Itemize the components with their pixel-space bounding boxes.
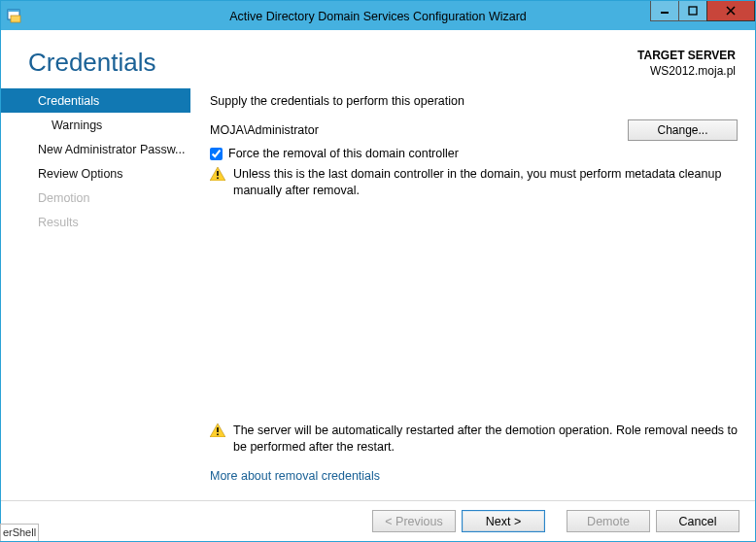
step-warnings[interactable]: Warnings <box>1 113 190 137</box>
step-credentials[interactable]: Credentials <box>1 88 190 113</box>
demote-button: Demote <box>567 510 650 532</box>
more-about-link[interactable]: More about removal credentials <box>210 469 738 483</box>
force-removal-row[interactable]: Force the removal of this domain control… <box>210 147 738 160</box>
inline-warning-text: Unless this is the last domain controlle… <box>233 166 738 199</box>
instruction-text: Supply the credentials to perform this o… <box>210 94 738 108</box>
bottom-warning: The server will be automatically restart… <box>210 423 738 456</box>
powershell-taskbar-fragment: erShell <box>0 524 39 541</box>
inline-warning: Unless this is the last domain controlle… <box>210 166 738 199</box>
window-title: Active Directory Domain Services Configu… <box>1 9 755 23</box>
target-server-label: TARGET SERVER <box>637 48 736 63</box>
client-area: Credentials TARGET SERVER WS2012.moja.pl… <box>1 30 755 541</box>
wizard-steps-sidebar: Credentials Warnings New Administrator P… <box>1 88 190 500</box>
wizard-window: Active Directory Domain Services Configu… <box>0 0 756 542</box>
main-content: Supply the credentials to perform this o… <box>190 88 755 500</box>
change-credentials-button[interactable]: Change... <box>628 119 738 141</box>
svg-rect-4 <box>689 7 697 15</box>
warning-icon <box>210 423 225 437</box>
step-review-options[interactable]: Review Options <box>1 161 190 186</box>
target-server-block: TARGET SERVER WS2012.moja.pl <box>637 48 736 79</box>
target-server-name: WS2012.moja.pl <box>637 63 736 79</box>
header: Credentials TARGET SERVER WS2012.moja.pl <box>1 30 755 79</box>
force-removal-label: Force the removal of this domain control… <box>228 147 459 160</box>
next-button[interactable]: Next > <box>462 510 545 532</box>
page-title: Credentials <box>28 48 637 78</box>
body: Credentials Warnings New Administrator P… <box>1 88 755 500</box>
step-demotion: Demotion <box>1 186 190 210</box>
step-new-admin-password[interactable]: New Administrator Passw... <box>1 137 190 161</box>
svg-rect-8 <box>217 171 219 176</box>
cancel-button[interactable]: Cancel <box>656 510 739 532</box>
svg-rect-9 <box>217 178 219 180</box>
svg-rect-12 <box>217 434 219 436</box>
close-button[interactable] <box>706 1 755 21</box>
window-controls <box>651 1 755 22</box>
bottom-warning-text: The server will be automatically restart… <box>233 423 738 456</box>
titlebar[interactable]: Active Directory Domain Services Configu… <box>1 1 755 30</box>
credential-user: MOJA\Administrator <box>210 123 628 137</box>
footer-buttons: < Previous Next > Demote Cancel <box>1 500 755 541</box>
force-removal-checkbox[interactable] <box>210 148 223 160</box>
minimize-button[interactable] <box>650 1 679 21</box>
credential-row: MOJA\Administrator Change... <box>210 119 738 141</box>
warning-icon <box>210 167 225 181</box>
previous-button: < Previous <box>372 510 456 532</box>
maximize-button[interactable] <box>678 1 707 21</box>
svg-rect-11 <box>217 427 219 432</box>
step-results: Results <box>1 210 190 234</box>
